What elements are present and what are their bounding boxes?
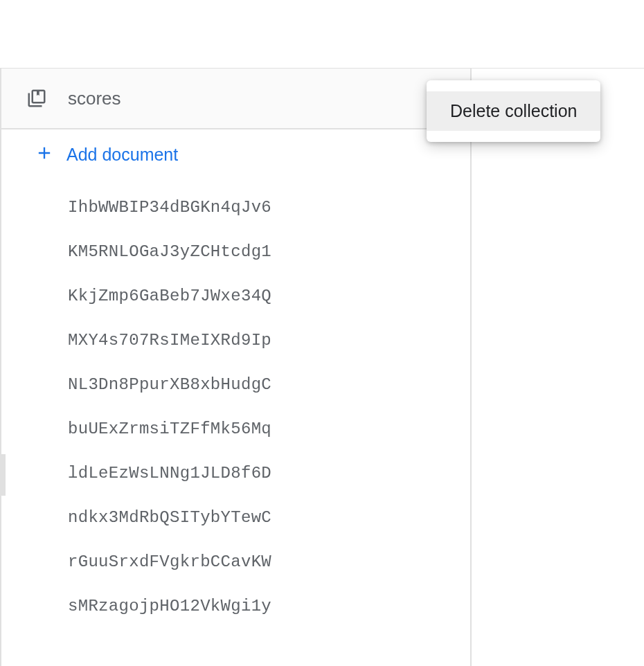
document-list-item[interactable]: ndkx3MdRbQSITybYTewC xyxy=(1,495,470,539)
top-spacer xyxy=(0,0,644,68)
document-id: rGuuSrxdFVgkrbCCavKW xyxy=(68,552,271,571)
panel-header: scores xyxy=(1,69,470,129)
columns-container: scores Add document IhbWWBIP34dBGKn4qJv6 xyxy=(0,68,644,666)
document-list-item[interactable]: ldLeEzWsLNNg1JLD8f6D xyxy=(1,451,470,495)
document-id: ldLeEzWsLNNg1JLD8f6D xyxy=(68,464,271,483)
delete-collection-menu-item[interactable]: Delete collection xyxy=(427,91,600,131)
collection-name: scores xyxy=(68,88,420,109)
document-id: KM5RNLOGaJ3yZCHtcdg1 xyxy=(68,242,271,261)
document-list-item[interactable]: IhbWWBIP34dBGKn4qJv6 xyxy=(1,185,470,229)
document-list-item[interactable]: rGuuSrxdFVgkrbCCavKW xyxy=(1,539,470,584)
document-list-item[interactable]: buUExZrmsiTZFfMk56Mq xyxy=(1,406,470,451)
document-list-item[interactable]: MXY4s707RsIMeIXRd9Ip xyxy=(1,318,470,362)
selection-indicator xyxy=(0,454,6,496)
right-panel xyxy=(472,69,644,666)
document-list-item[interactable]: NL3Dn8PpurXB8xbHudgC xyxy=(1,362,470,406)
document-id: buUExZrmsiTZFfMk56Mq xyxy=(68,420,271,438)
document-list-item[interactable]: KkjZmp6GaBeb7JWxe34Q xyxy=(1,273,470,318)
document-id: sMRzagojpHO12VkWgi1y xyxy=(68,597,271,615)
collection-panel: scores Add document IhbWWBIP34dBGKn4qJv6 xyxy=(0,69,472,666)
collection-icon xyxy=(26,88,47,109)
add-document-button[interactable]: Add document xyxy=(1,129,470,179)
document-list-item[interactable]: KM5RNLOGaJ3yZCHtcdg1 xyxy=(1,229,470,273)
context-menu: Delete collection xyxy=(427,80,600,142)
add-document-label: Add document xyxy=(66,145,178,165)
document-id: NL3Dn8PpurXB8xbHudgC xyxy=(68,375,271,394)
document-id: MXY4s707RsIMeIXRd9Ip xyxy=(68,331,271,350)
plus-icon xyxy=(35,143,66,165)
document-list-item[interactable]: sMRzagojpHO12VkWgi1y xyxy=(1,584,470,628)
document-id: IhbWWBIP34dBGKn4qJv6 xyxy=(68,198,271,217)
document-list: IhbWWBIP34dBGKn4qJv6 KM5RNLOGaJ3yZCHtcdg… xyxy=(1,179,470,666)
document-id: KkjZmp6GaBeb7JWxe34Q xyxy=(68,287,271,305)
document-id: ndkx3MdRbQSITybYTewC xyxy=(68,508,271,527)
